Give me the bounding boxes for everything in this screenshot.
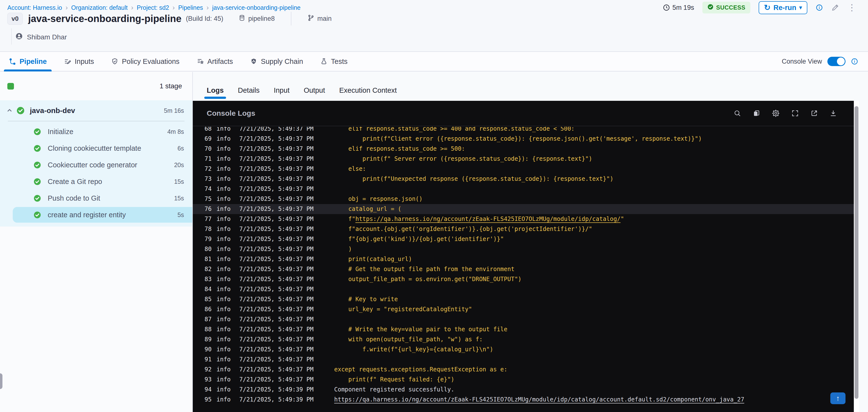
info-icon[interactable]	[816, 4, 823, 11]
flask-icon	[320, 58, 328, 65]
log-timestamp: 7/21/2025, 5:49:37 PM	[239, 234, 314, 244]
log-text: with open(output_file_path, "w") as f:	[334, 335, 483, 345]
step-push-code-to-git[interactable]: Push code to Git15s	[0, 190, 192, 207]
log-link[interactable]: https://qa.harness.io/ng/account/zEaak-F…	[355, 216, 621, 222]
success-check-icon	[33, 144, 41, 152]
log-level: info	[217, 244, 231, 254]
stage-row[interactable]: java-onb-dev 5m 16s	[0, 100, 192, 121]
log-text: Component registered successfully.	[334, 385, 454, 394]
log-level: info	[217, 284, 231, 294]
step-label: Push code to Git	[48, 194, 100, 202]
breadcrumb-separator: ›	[131, 4, 133, 11]
copy-icon[interactable]	[752, 109, 761, 117]
log-text: f"{obj.get('kind')}/{obj.get('identifier…	[334, 234, 504, 244]
step-cloning-cookiecutter-template[interactable]: Cloning cookiecutter template6s	[0, 140, 192, 157]
tab-label: Pipeline	[20, 58, 47, 66]
log-row-83: 83info7/21/2025, 5:49:37 PM output_file_…	[193, 274, 854, 284]
log-text: f"account.{obj.get('orgIdentifier')}.{ob…	[334, 224, 592, 234]
info-icon[interactable]	[851, 58, 858, 65]
tab-pipeline[interactable]: Pipeline	[7, 52, 48, 71]
more-icon[interactable]: ⋮	[847, 2, 856, 13]
log-level: info	[217, 184, 231, 194]
left-scroll-handle[interactable]	[0, 373, 2, 389]
log-timestamp: 7/21/2025, 5:49:37 PM	[239, 304, 314, 314]
author-name: Shibam Dhar	[27, 33, 67, 41]
log-row-94: 94info7/21/2025, 5:49:39 PMComponent reg…	[193, 385, 854, 394]
crumb-account-harness-io[interactable]: Account: Harness.io	[7, 4, 62, 11]
log-timestamp: 7/21/2025, 5:49:37 PM	[239, 134, 314, 144]
tab-output[interactable]: Output	[304, 86, 325, 94]
crumb-project-sd2[interactable]: Project: sd2	[137, 4, 169, 11]
log-level: info	[217, 385, 231, 394]
tab-supply-chain[interactable]: Supply Chain	[249, 52, 305, 71]
fullscreen-icon[interactable]	[791, 109, 799, 117]
settings-icon[interactable]	[772, 109, 780, 118]
log-text: print(f" Request failed: {e}")	[334, 375, 454, 385]
step-cookiecutter-code-generator[interactable]: Cookiecutter code generator20s	[0, 157, 192, 173]
crumb-java-service-onboarding-pipeline[interactable]: java-service-onboarding-pipeline	[212, 4, 301, 11]
download-icon[interactable]	[829, 109, 837, 117]
tab-inputs[interactable]: Inputs	[62, 52, 95, 71]
log-text: obj = response.json()	[334, 194, 423, 204]
console-scrollbar[interactable]	[854, 101, 859, 412]
log-row-95: 95info7/21/2025, 5:49:39 PMhttps://qa.ha…	[193, 394, 854, 405]
step-initialize[interactable]: Initialize4m 8s	[0, 123, 192, 140]
success-check-icon	[33, 128, 41, 136]
stage-status-square	[7, 83, 14, 90]
step-duration: 15s	[174, 195, 184, 202]
log-level: info	[217, 234, 231, 244]
log-level: info	[217, 154, 231, 164]
line-number: 92	[193, 365, 212, 375]
open-in-new-icon[interactable]	[810, 109, 818, 117]
crumb-pipelines[interactable]: Pipelines	[178, 4, 203, 11]
tab-policy-evaluations[interactable]: Policy Evaluations	[110, 52, 181, 71]
scrollbar-thumb[interactable]	[855, 106, 859, 399]
crumb-organization-default[interactable]: Organization: default	[71, 4, 128, 11]
log-row-79: 79info7/21/2025, 5:49:37 PM f"{obj.get('…	[193, 234, 854, 244]
line-number: 86	[193, 304, 212, 314]
log-timestamp: 7/21/2025, 5:49:37 PM	[239, 274, 314, 284]
stage-count: 1 stage	[159, 82, 182, 90]
log-text: f.write(f"{url_key}={catalog_url}\n")	[334, 345, 493, 354]
search-icon[interactable]	[734, 109, 741, 117]
line-number: 71	[193, 154, 212, 164]
log-level: info	[217, 345, 231, 354]
pipeline-icon	[9, 58, 16, 65]
breadcrumb-separator: ›	[173, 4, 175, 11]
step-create-and-register-entity[interactable]: create and register entity5s	[0, 207, 192, 223]
tab-label: Inputs	[74, 58, 94, 66]
divider	[8, 121, 184, 121]
log-level: info	[217, 274, 231, 284]
total-duration: 5m 19s	[663, 4, 694, 11]
log-row-87: 87info7/21/2025, 5:49:37 PM	[193, 314, 854, 324]
log-timestamp: 7/21/2025, 5:49:37 PM	[239, 264, 314, 274]
database-icon	[239, 14, 245, 23]
thread-line	[11, 28, 12, 44]
tab-input[interactable]: Input	[274, 86, 290, 94]
breadcrumb-separator: ›	[207, 4, 209, 11]
tab-artifacts[interactable]: Artifacts	[195, 52, 235, 71]
tab-execution-context[interactable]: Execution Context	[339, 86, 397, 94]
log-text: f"https://qa.harness.io/ng/account/zEaak…	[334, 214, 624, 224]
scroll-to-top-button[interactable]: ↑	[830, 392, 845, 404]
tab-details[interactable]: Details	[238, 86, 259, 94]
tab-tests[interactable]: Tests	[319, 52, 349, 71]
tab-logs[interactable]: Logs	[207, 86, 224, 94]
log-row-74: 74info7/21/2025, 5:49:37 PM	[193, 184, 854, 194]
log-timestamp: 7/21/2025, 5:49:37 PM	[239, 214, 314, 224]
step-duration: 5s	[178, 211, 184, 219]
avatar	[15, 32, 23, 42]
edit-icon[interactable]	[831, 4, 839, 11]
log-row-88: 88info7/21/2025, 5:49:37 PM # Write the …	[193, 324, 854, 335]
line-number: 79	[193, 234, 212, 244]
caret-down-icon[interactable]: ▾	[799, 4, 802, 11]
line-number: 85	[193, 294, 212, 304]
supply-chain-icon	[250, 58, 257, 65]
step-create-a-git-repo[interactable]: Create a Git repo15s	[0, 173, 192, 190]
success-check-icon	[707, 4, 714, 11]
chevron-up-icon[interactable]	[6, 107, 13, 114]
log-timestamp: 7/21/2025, 5:49:37 PM	[239, 254, 314, 264]
rerun-label: Re-run	[774, 4, 796, 12]
log-link[interactable]: https://qa.harness.io/ng/account/zEaak-F…	[334, 396, 744, 403]
console-view-toggle[interactable]	[827, 57, 845, 66]
